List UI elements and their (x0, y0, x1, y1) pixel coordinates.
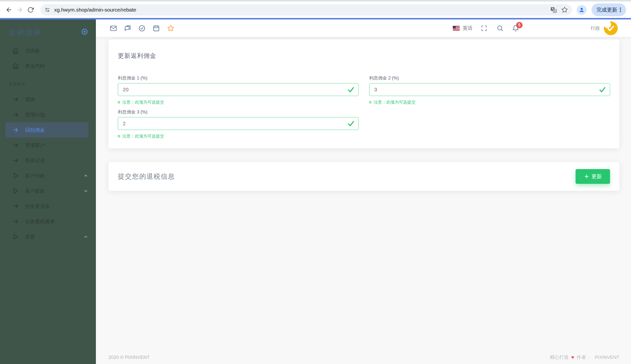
navbar-shortcuts (110, 24, 174, 32)
play-icon (12, 234, 19, 240)
bookmark-star-icon[interactable] (561, 6, 568, 13)
sidebar-section-label: 应用程序 (0, 77, 96, 92)
forward-icon (16, 6, 23, 13)
heart-icon: ♥ (571, 354, 574, 360)
sidebar-item-manage-clients[interactable]: 管理客户 (0, 138, 96, 153)
browser-profile-button[interactable] (577, 5, 587, 15)
notification-badge: 5 (516, 22, 523, 28)
sidebar-item-task-requests[interactable]: 任务委托请求 (0, 214, 96, 229)
tax-card-title: 提交您的退税信息 (118, 172, 175, 181)
valid-check-icon (347, 86, 355, 93)
sidebar-item-label: 仪表板 (25, 48, 40, 54)
arrow-right-icon (12, 142, 19, 148)
sidebar-item-label: 管理客户 (25, 142, 45, 149)
sidebar-item-rebate-commission[interactable]: 回扣佣金 (6, 122, 89, 138)
hint-text: 注意：此项为可选提交 (122, 134, 164, 139)
arrow-right-icon (12, 157, 19, 164)
commission-1-input[interactable] (118, 83, 359, 96)
user-role-label[interactable]: 行政 (590, 25, 600, 32)
page-footer: 2020 © PIXINVENT 精心打造 ♥ 作者： PIXINVENT (108, 354, 619, 361)
sidebar-item-label: 设置 (25, 234, 35, 240)
arrow-right-icon (12, 218, 19, 225)
sidebar-item-label: 客户提款 (25, 188, 45, 194)
browser-back-button[interactable] (4, 4, 14, 15)
arrow-right-icon (12, 127, 19, 133)
footer-author: PIXINVENT (595, 355, 619, 360)
hint-text: 注意：此项为可选提交 (374, 100, 415, 105)
menu-collapse-toggle[interactable] (81, 28, 88, 35)
play-icon (12, 188, 19, 194)
valid-check-icon (347, 120, 355, 127)
navbar-right: 英语 5 行政 (453, 22, 618, 35)
chrome-update-button[interactable]: 完成更新 (591, 4, 626, 16)
sidebar-item-label: 投资记录 (25, 157, 45, 164)
user-avatar[interactable] (604, 22, 618, 35)
reload-icon (27, 7, 34, 13)
main-content: 英语 5 行政 更新返利佣金 利息佣金 1 (%) (96, 20, 631, 364)
check-circle-icon[interactable] (138, 25, 145, 32)
browser-reload-button[interactable] (25, 4, 36, 15)
us-flag-icon[interactable] (453, 26, 460, 30)
commission-2-input[interactable] (369, 83, 610, 96)
commission-3-input[interactable] (118, 117, 359, 130)
tax-update-label: 更新 (591, 173, 602, 180)
browser-forward-button[interactable] (14, 4, 25, 15)
valid-check-icon (599, 86, 606, 93)
kebab-menu-icon[interactable] (617, 7, 623, 13)
sidebar-item-client-withdrawals[interactable]: 客户提款 (0, 183, 96, 198)
footer-made-with: 精心打造 (550, 354, 569, 360)
footer-author-label: 作者： (577, 354, 591, 360)
home-icon (12, 63, 19, 69)
commission-field-1: 利息佣金 1 (%) 注意：此项为可选提交 (118, 75, 359, 105)
address-bar[interactable]: xg.hwym.shop/admin-source/rebate (41, 4, 572, 16)
translate-icon[interactable] (550, 7, 557, 13)
rebate-commission-card: 更新返利佣金 利息佣金 1 (%) 注意：此项为可选提交 利息佣金 2 (%) (108, 40, 619, 148)
mail-icon[interactable] (110, 25, 117, 32)
language-selector[interactable]: 英语 (463, 25, 473, 32)
calendar-icon[interactable] (153, 25, 160, 32)
star-icon[interactable] (167, 24, 174, 32)
tax-info-card: 提交您的退税信息 更新 (108, 162, 619, 191)
sidebar-menu: 仪表板 奖金代码 应用程序 滑块 管理计划 回扣佣金 管理客户 (0, 43, 96, 244)
sidebar-item-investment-records[interactable]: 投资记录 (0, 153, 96, 168)
site-settings-icon[interactable] (44, 7, 50, 13)
footer-copyright: 2020 © PIXINVENT (108, 355, 150, 360)
app-navbar: 英语 5 行政 (96, 20, 631, 37)
play-icon (12, 172, 19, 179)
sidebar-item-client-payments[interactable]: 客户付款 (0, 168, 96, 183)
hint-bullet-icon (369, 101, 371, 103)
field-hint: 注意：此项为可选提交 (369, 100, 610, 105)
plus-icon (584, 174, 589, 179)
chevron-up-icon (84, 189, 88, 193)
chat-icon[interactable] (124, 25, 131, 32)
chevron-up-icon (84, 174, 88, 178)
commission-3-label: 利息佣金 3 (%) (118, 109, 359, 115)
sidebar-item-manage-plans[interactable]: 管理计划 (0, 107, 96, 122)
brand-title[interactable]: 金砖国家 (9, 27, 42, 38)
url-text[interactable]: xg.hwym.shop/admin-source/rebate (54, 7, 546, 13)
arrow-right-icon (12, 112, 19, 118)
search-icon[interactable] (497, 25, 503, 32)
arrow-right-icon (12, 96, 19, 103)
back-icon (6, 6, 12, 13)
profile-person-icon (578, 7, 585, 13)
sidebar-item-bonus-code[interactable]: 奖金代码 (0, 58, 96, 74)
sidebar-item-settings[interactable]: 设置 (0, 229, 96, 244)
fullscreen-icon[interactable] (481, 25, 487, 32)
sidebar: 金砖国家 仪表板 奖金代码 应用程序 滑块 管理计划 (0, 20, 96, 364)
hint-bullet-icon (118, 101, 120, 103)
arrow-right-icon (12, 203, 19, 210)
chevron-up-icon (84, 234, 88, 239)
footer-credit: 精心打造 ♥ 作者： PIXINVENT (550, 354, 619, 360)
sidebar-item-slider[interactable]: 滑块 (0, 92, 96, 107)
commission-2-label: 利息佣金 2 (%) (369, 75, 610, 81)
avatar-check-icon (607, 24, 615, 32)
sidebar-item-dashboard[interactable]: 仪表板 (0, 43, 96, 58)
sidebar-item-task-committee[interactable]: 任务委员会 (0, 198, 96, 214)
tax-update-button[interactable]: 更新 (575, 169, 610, 184)
notifications-button[interactable]: 5 (512, 25, 519, 32)
sidebar-item-label: 任务委员会 (25, 203, 50, 210)
sidebar-item-label: 任务委托请求 (25, 218, 55, 225)
sidebar-item-label: 回扣佣金 (25, 127, 45, 134)
field-hint: 注意：此项为可选提交 (118, 100, 359, 105)
